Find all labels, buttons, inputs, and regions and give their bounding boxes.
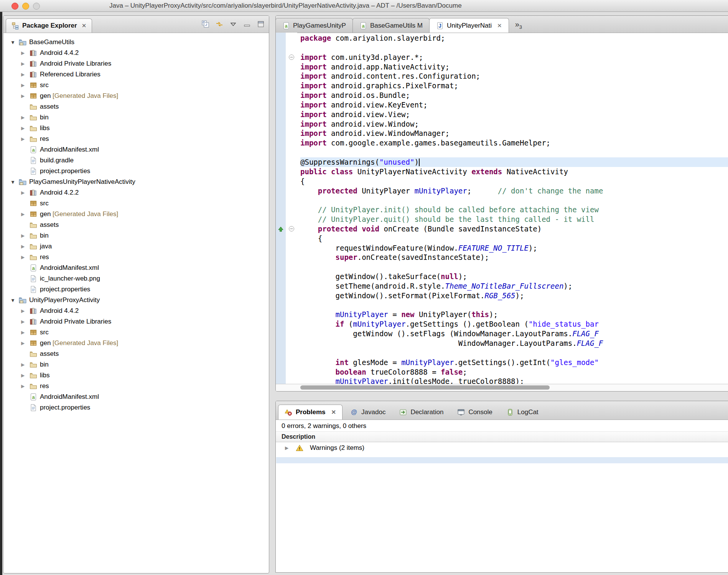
tree-item-playgamesunityplayernativeactivity[interactable]: ▼PlayGamesUnityPlayerNativeActivity — [3, 177, 269, 187]
code-line[interactable]: package com.ariyalion.slayerbird; — [300, 33, 728, 43]
horizontal-scrollbar-thumb[interactable] — [300, 385, 550, 390]
tree-item-gen[interactable]: ▶gen [Generated Java Files] — [3, 209, 269, 220]
view-menu-icon[interactable] — [229, 20, 237, 28]
code-line[interactable] — [300, 262, 728, 272]
disclosure-collapsed-icon[interactable]: ▶ — [21, 362, 30, 367]
disclosure-expanded-icon[interactable]: ▼ — [10, 40, 19, 45]
horizontal-scrollbar[interactable] — [276, 384, 728, 391]
code-line[interactable]: import android.view.View; — [300, 110, 728, 119]
code-line[interactable]: protected UnityPlayer mUnityPlayer; // d… — [300, 186, 728, 196]
code-line[interactable] — [300, 148, 728, 157]
disclosure-collapsed-icon[interactable]: ▶ — [21, 211, 30, 217]
code-line[interactable]: import com.google.example.games.basegame… — [300, 138, 728, 148]
disclosure-collapsed-icon[interactable]: ▶ — [21, 61, 30, 66]
disclosure-collapsed-icon[interactable]: ▶ — [21, 72, 30, 77]
tree-item-project.properties[interactable]: project.properties — [3, 284, 269, 295]
tree-item-android-private-libraries[interactable]: ▶Android Private Libraries — [3, 58, 269, 69]
code-line[interactable]: requestWindowFeature(Window.FEATURE_NO_T… — [300, 243, 728, 253]
close-view-icon[interactable]: ✕ — [82, 22, 87, 29]
tree-item-ic-launcher-web.png[interactable]: ic_launcher-web.png — [3, 273, 269, 284]
zoom-window-button[interactable] — [33, 3, 40, 10]
code-line[interactable]: import android.view.KeyEvent; — [300, 100, 728, 110]
editor-tab-playgamesunityp[interactable]: aPlayGamesUnityP — [275, 18, 353, 33]
package-explorer-tab[interactable]: Package Explorer ✕ — [6, 18, 92, 33]
tree-item-androidmanifest.xml[interactable]: aAndroidManifest.xml — [3, 144, 269, 155]
close-tab-icon[interactable]: ✕ — [497, 22, 502, 29]
disclosure-collapsed-icon[interactable]: ▶ — [21, 190, 30, 195]
tree-item-src[interactable]: ▶src — [3, 80, 269, 91]
tree-item-android-private-libraries[interactable]: ▶Android Private Libraries — [3, 316, 269, 327]
code-line[interactable]: mUnityPlayer = new UnityPlayer(this); — [300, 310, 728, 319]
tree-item-src[interactable]: src — [3, 198, 269, 209]
tree-item-project.properties[interactable]: project.properties — [3, 402, 269, 413]
tree-item-libs[interactable]: ▶libs — [3, 370, 269, 381]
disclosure-collapsed-icon[interactable]: ▶ — [21, 308, 30, 314]
disclosure-collapsed-icon[interactable]: ▶ — [21, 319, 30, 324]
code-line[interactable]: // UnityPlayer.quit() should be the last… — [300, 215, 728, 224]
tree-item-project.properties[interactable]: project.properties — [3, 166, 269, 177]
minimize-window-button[interactable] — [22, 3, 29, 10]
tree-item-android-4.4.2[interactable]: ▶Android 4.4.2 — [3, 48, 269, 58]
disclosure-collapsed-icon[interactable]: ▶ — [21, 330, 30, 335]
code-line[interactable]: int glesMode = mUnityPlayer.getSettings(… — [300, 358, 728, 367]
maximize-icon[interactable] — [257, 20, 265, 28]
problems-row-warnings-2-items-[interactable]: ▶Warnings (2 items) — [276, 442, 728, 454]
code-line[interactable]: @SuppressWarnings("unused") — [300, 157, 728, 167]
code-line[interactable] — [300, 301, 728, 310]
code-line[interactable]: import android.graphics.PixelFormat; — [300, 81, 728, 91]
code-line[interactable]: public class UnityPlayerNativeActivity e… — [300, 167, 728, 177]
code-line[interactable] — [300, 348, 728, 358]
code-line[interactable]: protected void onCreate (Bundle savedIns… — [300, 224, 728, 234]
tree-item-androidmanifest.xml[interactable]: aAndroidManifest.xml — [3, 263, 269, 273]
view-tab-declaration[interactable]: Declaration — [393, 405, 450, 420]
tree-item-assets[interactable]: assets — [3, 220, 269, 230]
tree-item-res[interactable]: ▶res — [3, 381, 269, 392]
disclosure-collapsed-icon[interactable]: ▶ — [21, 383, 30, 389]
editor-tab-unityplayernati[interactable]: JUnityPlayerNati✕ — [429, 18, 509, 33]
description-column-header[interactable]: Description — [276, 431, 728, 442]
code-line[interactable]: import android.content.res.Configuration… — [300, 71, 728, 81]
disclosure-collapsed-icon[interactable]: ▶ — [21, 50, 30, 56]
tree-item-src[interactable]: ▶src — [3, 327, 269, 338]
tree-item-res[interactable]: ▶res — [3, 134, 269, 144]
tree-item-libs[interactable]: ▶libs — [3, 123, 269, 134]
disclosure-collapsed-icon[interactable]: ▶ — [21, 83, 30, 88]
disclosure-expanded-icon[interactable]: ▼ — [10, 179, 19, 185]
disclosure-collapsed-icon[interactable]: ▶ — [285, 445, 292, 451]
code-line[interactable]: getWindow().takeSurface(null); — [300, 272, 728, 281]
tree-item-assets[interactable]: assets — [3, 349, 269, 359]
link-with-editor-icon[interactable] — [215, 20, 224, 28]
tree-item-build.gradle[interactable]: build.gradle — [3, 155, 269, 166]
code-line[interactable]: import android.view.Window; — [300, 119, 728, 129]
collapse-all-icon[interactable] — [201, 20, 210, 28]
code-line[interactable]: // UnityPlayer.init() should be called b… — [300, 205, 728, 215]
disclosure-collapsed-icon[interactable]: ▶ — [21, 136, 30, 142]
close-view-icon[interactable]: ✕ — [331, 409, 336, 416]
close-window-button[interactable] — [12, 3, 18, 10]
view-tab-problems[interactable]: Problems✕ — [278, 405, 343, 420]
code-line[interactable]: super.onCreate(savedInstanceState); — [300, 253, 728, 262]
code-line[interactable] — [300, 195, 728, 205]
code-line[interactable]: setTheme(android.R.style.Theme_NoTitleBa… — [300, 281, 728, 291]
code-line[interactable]: getWindow ().setFlags (WindowManager.Lay… — [300, 329, 728, 339]
tree-item-res[interactable]: ▶res — [3, 252, 269, 263]
collapse-fold-icon[interactable] — [288, 54, 295, 60]
code-line[interactable]: { — [300, 234, 728, 243]
code-line[interactable]: import android.app.NativeActivity; — [300, 62, 728, 72]
code-line[interactable]: import android.view.WindowManager; — [300, 129, 728, 138]
collapse-fold-icon[interactable] — [288, 226, 295, 232]
code-line[interactable]: WindowManager.LayoutParams.FLAG_F — [300, 339, 728, 348]
disclosure-collapsed-icon[interactable]: ▶ — [21, 254, 30, 260]
tree-item-android-4.4.2[interactable]: ▶Android 4.4.2 — [3, 306, 269, 316]
disclosure-collapsed-icon[interactable]: ▶ — [21, 126, 30, 131]
code-line[interactable]: boolean trueColor8888 = false; — [300, 367, 728, 377]
titlebar[interactable]: Java – UnityPlayerProxyActivity/src/com/… — [0, 0, 728, 12]
code-line[interactable]: import android.os.Bundle; — [300, 91, 728, 100]
disclosure-collapsed-icon[interactable]: ▶ — [21, 233, 30, 238]
code-line[interactable]: if (mUnityPlayer.getSettings ().getBoole… — [300, 319, 728, 329]
view-tab-logcat[interactable]: LogCat — [500, 405, 545, 420]
disclosure-collapsed-icon[interactable]: ▶ — [21, 244, 30, 249]
code-line[interactable]: getWindow().setFormat(PixelFormat.RGB_56… — [300, 291, 728, 301]
disclosure-expanded-icon[interactable]: ▼ — [10, 297, 19, 303]
tree-item-androidmanifest.xml[interactable]: aAndroidManifest.xml — [3, 392, 269, 402]
